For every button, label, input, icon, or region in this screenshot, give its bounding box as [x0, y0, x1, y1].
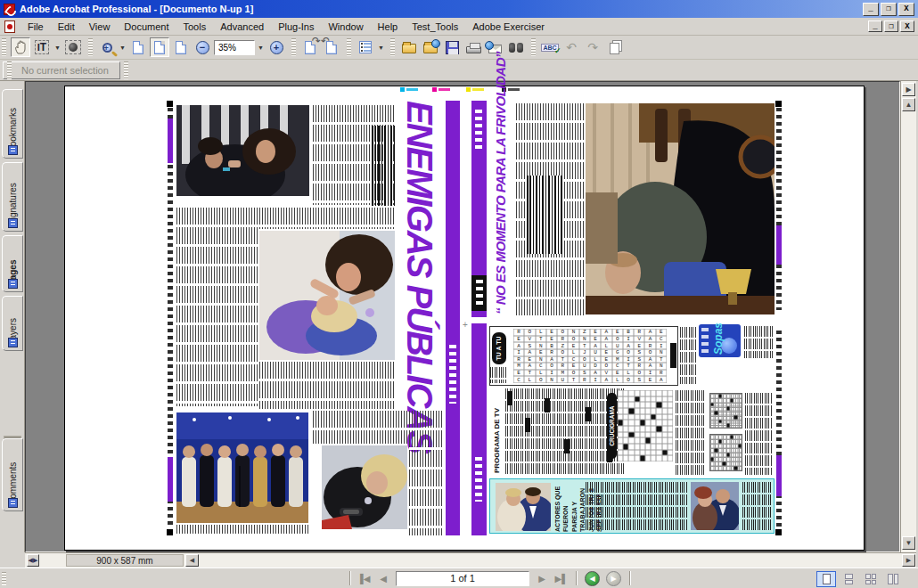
fit-page-button[interactable]: [150, 37, 169, 57]
next-view-button[interactable]: ↶: [322, 37, 341, 57]
single-page-view-button[interactable]: [816, 571, 836, 587]
scroll-left-button[interactable]: ◀: [185, 554, 199, 567]
facing-view-button[interactable]: [883, 571, 903, 587]
purple-bar-kicker-text: [475, 110, 482, 151]
pane-expand-button[interactable]: ▶: [902, 83, 915, 96]
photo-catfight: [259, 231, 395, 360]
toolbar-grip[interactable]: [291, 38, 296, 56]
toolbar-grip[interactable]: [124, 61, 128, 79]
scroll-up-button[interactable]: ▲: [902, 98, 915, 111]
previous-page-button[interactable]: ◀: [374, 571, 392, 586]
toolbar-grip[interactable]: [7, 61, 12, 79]
actual-size-icon: [133, 41, 143, 54]
document-page[interactable]: + ENEMIGAS PÚBLICAS: [64, 86, 865, 551]
solution-grid: [709, 434, 742, 471]
menu-edit[interactable]: Edit: [51, 19, 82, 35]
menu-tools[interactable]: Tools: [176, 19, 214, 35]
center-registration-cross: +: [463, 322, 468, 329]
photo-couple-1: [496, 483, 551, 531]
copy-button[interactable]: [604, 37, 624, 57]
tv-channel-header: [525, 418, 530, 432]
body-text-columns: [259, 362, 395, 409]
toolbar-grip[interactable]: [347, 38, 351, 56]
purple-bar-byline-label: [471, 275, 487, 311]
previous-view-button[interactable]: ↷: [300, 37, 320, 57]
statusbar-grip[interactable]: [2, 572, 6, 585]
sidebar-tab-comments[interactable]: Comments: [2, 438, 23, 511]
menu-file[interactable]: File: [20, 19, 51, 35]
navigation-tabs-caret[interactable]: ▼: [377, 37, 385, 57]
close-button[interactable]: X: [898, 3, 914, 16]
menu-view[interactable]: View: [82, 19, 118, 35]
scroll-right-button[interactable]: ▶: [902, 554, 915, 567]
sidebar-tab-bookmarks[interactable]: Bookmarks: [2, 89, 23, 159]
toolbar-grip[interactable]: [531, 38, 536, 56]
doc-restore-button[interactable]: ❐: [884, 20, 898, 32]
doc-minimize-button[interactable]: _: [868, 20, 882, 32]
status-bar: ▐◀ ◀ 1 of 1 ▶ ▶▌ ◀ ▶: [0, 568, 918, 588]
spellcheck-button[interactable]: ABC: [540, 37, 560, 57]
doc-close-button[interactable]: X: [900, 20, 914, 32]
actual-size-button[interactable]: [128, 37, 148, 57]
scroll-down-button[interactable]: ▼: [902, 536, 915, 550]
vertical-scrollbar[interactable]: ▶ ▲ ▼: [900, 81, 916, 552]
menu-window[interactable]: Window: [321, 19, 370, 35]
menu-plugins[interactable]: Plug-Ins: [271, 19, 321, 35]
zoom-level-input[interactable]: [214, 40, 255, 55]
toolbar-grip[interactable]: [88, 38, 93, 56]
zoom-tool-caret[interactable]: ▼: [119, 37, 127, 57]
feature-body-text: [586, 482, 687, 530]
horizontal-scrollbar-track[interactable]: [200, 554, 900, 567]
continuous-pages-icon: [845, 574, 853, 584]
minimize-button[interactable]: _: [863, 3, 879, 16]
redo-button[interactable]: ↷: [583, 37, 602, 57]
hand-tool-button[interactable]: [11, 37, 30, 57]
select-text-tool-button[interactable]: IT: [32, 37, 52, 57]
open-button[interactable]: [399, 37, 419, 57]
body-text-columns: [409, 411, 444, 535]
sidebar-tab-signatures[interactable]: Signatures: [2, 162, 23, 232]
tv-section-label: PROGRAMA DE TV: [491, 390, 503, 473]
menu-test-tools[interactable]: Test_Tools: [405, 19, 465, 35]
menu-advanced[interactable]: Advanced: [213, 19, 271, 35]
fit-width-button[interactable]: [171, 37, 191, 57]
open-from-web-button[interactable]: [421, 37, 440, 57]
body-text-columns: [176, 208, 258, 406]
menu-adobe-exerciser[interactable]: Adobe Exerciser: [465, 19, 552, 35]
continuous-facing-view-button[interactable]: [861, 571, 881, 587]
next-page-button[interactable]: ▶: [533, 571, 551, 586]
first-page-button[interactable]: ▐◀: [355, 571, 373, 586]
menu-document[interactable]: Document: [117, 19, 176, 35]
body-text-columns: [745, 393, 773, 475]
undo-button[interactable]: ↶: [561, 37, 581, 57]
navigation-tabs-button[interactable]: [356, 37, 375, 57]
continuous-view-button[interactable]: [839, 571, 858, 587]
zoom-in-button[interactable]: +: [266, 37, 286, 57]
save-button[interactable]: [442, 37, 462, 57]
body-text-columns: [259, 208, 395, 229]
snapshot-tool-button[interactable]: [63, 37, 83, 57]
globe-icon: [485, 41, 494, 50]
continuous-facing-icon: [865, 574, 876, 584]
print-button[interactable]: [463, 37, 483, 57]
select-tool-caret[interactable]: ▼: [53, 37, 61, 57]
page-number-input[interactable]: 1 of 1: [396, 571, 529, 586]
sidebar-tab-pages[interactable]: Pages: [2, 235, 23, 292]
previous-view-nav-button[interactable]: ◀: [585, 571, 600, 586]
menu-help[interactable]: Help: [371, 19, 406, 35]
toolbar-grip[interactable]: [2, 38, 6, 56]
web-folder-icon: [423, 44, 438, 53]
zoom-level-caret[interactable]: ▼: [257, 37, 265, 57]
sidebar-tab-layers[interactable]: Layers: [2, 296, 23, 351]
zoom-tools-group: + ▼ − ▼ +: [86, 36, 290, 59]
edit-tools-group: ABC ↶ ↷: [529, 36, 627, 59]
restore-button[interactable]: ❐: [881, 3, 897, 16]
zoom-out-button[interactable]: −: [193, 37, 212, 57]
next-view-nav-button[interactable]: ▶: [606, 571, 621, 586]
zoom-in-tool-button[interactable]: +: [97, 37, 117, 57]
pane-splitter-button[interactable]: ◀▶: [27, 554, 39, 567]
search-button[interactable]: [506, 37, 526, 57]
last-page-button[interactable]: ▶▌: [553, 571, 570, 586]
toolbar-grip[interactable]: [390, 38, 395, 56]
layers-panel-icon: [8, 338, 18, 347]
